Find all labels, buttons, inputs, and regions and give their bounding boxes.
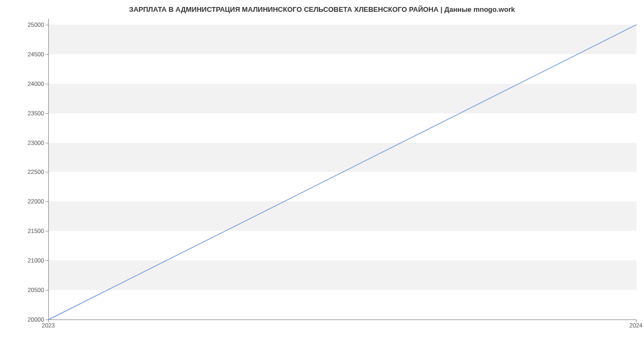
y-tick-mark	[46, 231, 48, 231]
y-tick-mark	[46, 113, 48, 114]
x-tick-label: 2023	[42, 322, 55, 329]
plot-area	[48, 19, 636, 320]
y-tick-label: 22000	[17, 198, 44, 205]
y-tick-mark	[46, 172, 48, 172]
chart-title: ЗАРПЛАТА В АДМИНИСТРАЦИЯ МАЛИНИНСКОГО СЕ…	[0, 0, 644, 13]
y-tick-label: 24500	[17, 51, 44, 57]
y-tick-label: 20500	[17, 287, 44, 293]
y-tick-label: 21000	[17, 257, 44, 264]
y-tick-label: 25000	[17, 21, 44, 28]
x-tick-label: 2024	[630, 322, 642, 329]
y-tick-mark	[46, 260, 48, 261]
y-tick-mark	[46, 290, 48, 290]
line-series	[49, 19, 636, 319]
y-tick-label: 22500	[17, 169, 44, 175]
y-tick-mark	[46, 143, 48, 143]
x-tick-mark	[48, 319, 49, 322]
y-tick-label: 23500	[17, 110, 44, 117]
y-tick-mark	[46, 54, 48, 55]
y-tick-mark	[46, 201, 48, 202]
y-tick-mark	[46, 84, 48, 84]
svg-line-0	[49, 25, 636, 319]
y-tick-label: 21500	[17, 228, 44, 234]
y-tick-label: 24000	[17, 81, 44, 87]
x-tick-mark	[636, 319, 636, 322]
y-tick-label: 20000	[17, 316, 44, 323]
y-tick-label: 23000	[17, 140, 44, 146]
y-tick-mark	[46, 25, 48, 25]
